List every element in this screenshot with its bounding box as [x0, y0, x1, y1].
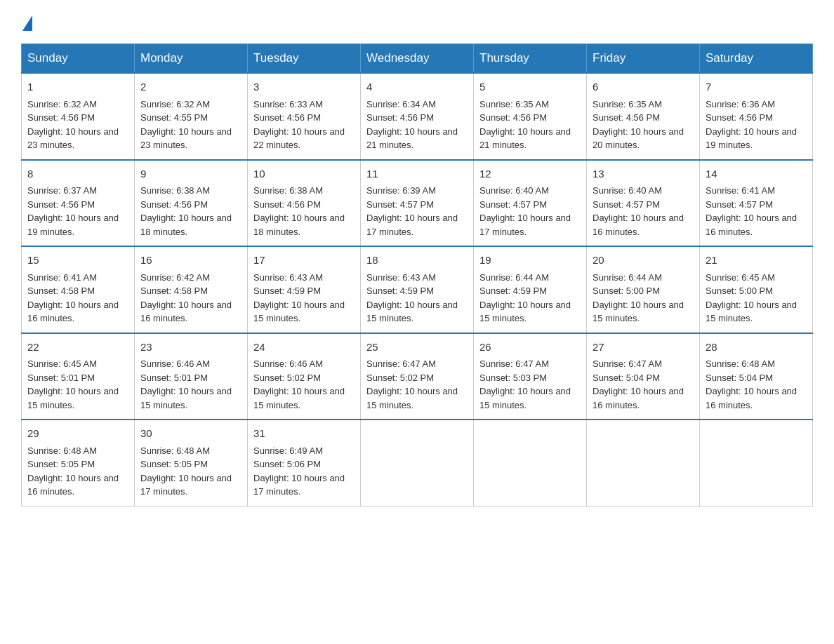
calendar-cell: 15Sunrise: 6:41 AMSunset: 4:58 PMDayligh…	[22, 246, 135, 333]
calendar-cell: 2Sunrise: 6:32 AMSunset: 4:55 PMDaylight…	[135, 73, 248, 160]
calendar-cell: 25Sunrise: 6:47 AMSunset: 5:02 PMDayligh…	[361, 333, 474, 420]
day-number: 11	[366, 166, 468, 182]
calendar-cell: 16Sunrise: 6:42 AMSunset: 4:58 PMDayligh…	[135, 246, 248, 333]
calendar-cell: 31Sunrise: 6:49 AMSunset: 5:06 PMDayligh…	[248, 420, 361, 506]
day-number: 18	[366, 253, 468, 269]
day-number: 1	[27, 79, 128, 95]
day-number: 12	[479, 166, 581, 182]
day-number: 19	[479, 253, 581, 269]
calendar-cell	[700, 420, 813, 506]
logo	[21, 14, 34, 29]
calendar-cell	[587, 420, 700, 506]
calendar-cell: 9Sunrise: 6:38 AMSunset: 4:56 PMDaylight…	[135, 160, 248, 247]
day-number: 28	[706, 340, 807, 356]
calendar-header-wednesday: Wednesday	[361, 44, 474, 74]
calendar-table: SundayMondayTuesdayWednesdayThursdayFrid…	[21, 43, 813, 507]
day-number: 9	[140, 166, 241, 182]
calendar-cell: 11Sunrise: 6:39 AMSunset: 4:57 PMDayligh…	[361, 160, 474, 247]
calendar-header-tuesday: Tuesday	[248, 44, 361, 74]
day-number: 10	[253, 166, 355, 182]
calendar-cell: 4Sunrise: 6:34 AMSunset: 4:56 PMDaylight…	[361, 73, 474, 160]
calendar-cell: 19Sunrise: 6:44 AMSunset: 4:59 PMDayligh…	[474, 246, 587, 333]
calendar-header-saturday: Saturday	[700, 44, 813, 74]
calendar-week-row: 1Sunrise: 6:32 AMSunset: 4:56 PMDaylight…	[22, 73, 813, 160]
calendar-cell: 29Sunrise: 6:48 AMSunset: 5:05 PMDayligh…	[22, 420, 135, 506]
day-number: 27	[593, 340, 694, 356]
day-number: 25	[366, 340, 468, 356]
calendar-cell: 5Sunrise: 6:35 AMSunset: 4:56 PMDaylight…	[474, 73, 587, 160]
calendar-week-row: 8Sunrise: 6:37 AMSunset: 4:56 PMDaylight…	[22, 160, 813, 247]
calendar-header-thursday: Thursday	[474, 44, 587, 74]
calendar-cell: 18Sunrise: 6:43 AMSunset: 4:59 PMDayligh…	[361, 246, 474, 333]
calendar-cell	[361, 420, 474, 506]
day-number: 20	[593, 253, 694, 269]
calendar-week-row: 29Sunrise: 6:48 AMSunset: 5:05 PMDayligh…	[22, 420, 813, 506]
day-number: 14	[706, 166, 807, 182]
calendar-cell: 14Sunrise: 6:41 AMSunset: 4:57 PMDayligh…	[700, 160, 813, 247]
day-number: 3	[253, 79, 355, 95]
day-number: 15	[27, 253, 128, 269]
day-number: 21	[706, 253, 807, 269]
day-number: 2	[140, 79, 241, 95]
calendar-cell: 17Sunrise: 6:43 AMSunset: 4:59 PMDayligh…	[248, 246, 361, 333]
day-number: 17	[253, 253, 355, 269]
calendar-cell: 27Sunrise: 6:47 AMSunset: 5:04 PMDayligh…	[587, 333, 700, 420]
calendar-cell: 30Sunrise: 6:48 AMSunset: 5:05 PMDayligh…	[135, 420, 248, 506]
logo-triangle-icon	[22, 15, 32, 31]
calendar-cell: 23Sunrise: 6:46 AMSunset: 5:01 PMDayligh…	[135, 333, 248, 420]
day-number: 23	[140, 340, 241, 356]
day-number: 30	[140, 426, 241, 442]
calendar-cell: 1Sunrise: 6:32 AMSunset: 4:56 PMDaylight…	[22, 73, 135, 160]
day-number: 26	[479, 340, 581, 356]
calendar-header-friday: Friday	[587, 44, 700, 74]
day-number: 4	[366, 79, 468, 95]
calendar-header-row: SundayMondayTuesdayWednesdayThursdayFrid…	[22, 44, 813, 74]
calendar-cell: 12Sunrise: 6:40 AMSunset: 4:57 PMDayligh…	[474, 160, 587, 247]
day-number: 31	[253, 426, 355, 442]
day-number: 5	[479, 79, 581, 95]
day-number: 8	[27, 166, 128, 182]
calendar-cell: 8Sunrise: 6:37 AMSunset: 4:56 PMDaylight…	[22, 160, 135, 247]
calendar-cell: 26Sunrise: 6:47 AMSunset: 5:03 PMDayligh…	[474, 333, 587, 420]
calendar-cell: 20Sunrise: 6:44 AMSunset: 5:00 PMDayligh…	[587, 246, 700, 333]
day-number: 7	[706, 79, 807, 95]
calendar-cell: 22Sunrise: 6:45 AMSunset: 5:01 PMDayligh…	[22, 333, 135, 420]
day-number: 13	[593, 166, 694, 182]
calendar-cell	[474, 420, 587, 506]
calendar-cell: 21Sunrise: 6:45 AMSunset: 5:00 PMDayligh…	[700, 246, 813, 333]
day-number: 24	[253, 340, 355, 356]
calendar-cell: 7Sunrise: 6:36 AMSunset: 4:56 PMDaylight…	[700, 73, 813, 160]
calendar-cell: 6Sunrise: 6:35 AMSunset: 4:56 PMDaylight…	[587, 73, 700, 160]
calendar-cell: 13Sunrise: 6:40 AMSunset: 4:57 PMDayligh…	[587, 160, 700, 247]
calendar-header-sunday: Sunday	[22, 44, 135, 74]
calendar-week-row: 15Sunrise: 6:41 AMSunset: 4:58 PMDayligh…	[22, 246, 813, 333]
calendar-cell: 10Sunrise: 6:38 AMSunset: 4:56 PMDayligh…	[248, 160, 361, 247]
calendar-week-row: 22Sunrise: 6:45 AMSunset: 5:01 PMDayligh…	[22, 333, 813, 420]
calendar-cell: 24Sunrise: 6:46 AMSunset: 5:02 PMDayligh…	[248, 333, 361, 420]
day-number: 6	[593, 79, 694, 95]
calendar-cell: 3Sunrise: 6:33 AMSunset: 4:56 PMDaylight…	[248, 73, 361, 160]
day-number: 22	[27, 340, 128, 356]
page-header	[21, 14, 813, 29]
day-number: 29	[27, 426, 128, 442]
calendar-header-monday: Monday	[135, 44, 248, 74]
day-number: 16	[140, 253, 241, 269]
calendar-cell: 28Sunrise: 6:48 AMSunset: 5:04 PMDayligh…	[700, 333, 813, 420]
